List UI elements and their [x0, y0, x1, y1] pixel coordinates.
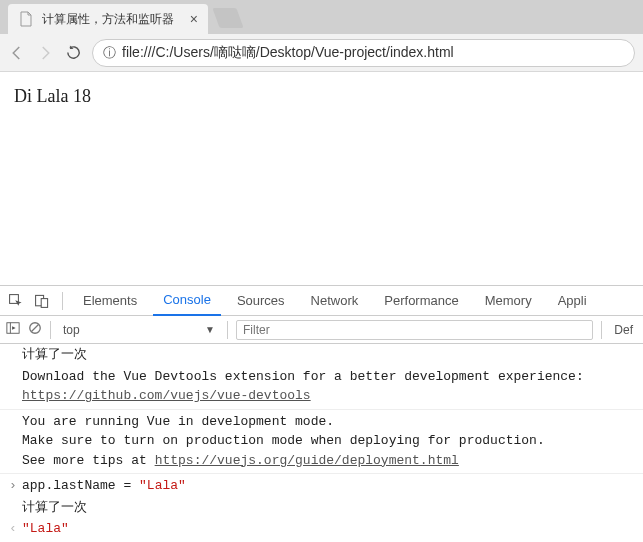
devtools-tabs: Elements Console Sources Network Perform…: [0, 286, 643, 316]
page-viewport: Di Lala 18: [0, 72, 643, 285]
back-button[interactable]: [8, 44, 26, 62]
console-log-row: Download the Vue Devtools extension for …: [0, 366, 643, 410]
console-log-row: 计算了一次: [0, 497, 643, 519]
address-bar[interactable]: ⓘ file:///C:/Users/嘀哒嘀/Desktop/Vue-proje…: [92, 39, 635, 67]
chevron-down-icon: ▼: [205, 324, 215, 335]
context-selector[interactable]: top ▼: [59, 323, 219, 337]
devtools-link[interactable]: https://github.com/vuejs/vue-devtools: [22, 388, 311, 403]
input-code: app.lastName = "Lala": [22, 476, 637, 496]
separator: [62, 292, 63, 310]
url-bar: ⓘ file:///C:/Users/嘀哒嘀/Desktop/Vue-proje…: [0, 34, 643, 72]
console-result-row: ‹ "Lala": [0, 518, 643, 540]
close-tab-icon[interactable]: ×: [190, 11, 198, 27]
clear-console-icon[interactable]: [28, 321, 42, 338]
new-tab-button[interactable]: [212, 8, 243, 28]
result-value: "Lala": [22, 519, 637, 539]
log-text: Download the Vue Devtools extension for …: [22, 369, 584, 384]
url-text: file:///C:/Users/嘀哒嘀/Desktop/Vue-project…: [122, 44, 454, 62]
separator: [601, 321, 602, 339]
gutter: [4, 412, 22, 471]
svg-rect-2: [41, 298, 47, 307]
tab-sources[interactable]: Sources: [227, 286, 295, 316]
output-chevron-icon: ‹: [4, 519, 22, 539]
toggle-sidebar-icon[interactable]: [6, 321, 20, 338]
gutter: [4, 498, 22, 518]
filter-input[interactable]: [236, 320, 593, 340]
log-levels-selector[interactable]: Def: [610, 323, 637, 337]
devtools-panel: Elements Console Sources Network Perform…: [0, 285, 643, 542]
log-message: Download the Vue Devtools extension for …: [22, 367, 637, 406]
console-log-row: 计算了一次: [0, 344, 643, 366]
console-output: 计算了一次 Download the Vue Devtools extensio…: [0, 344, 643, 542]
file-icon: [18, 11, 34, 27]
code-expression: app.lastName =: [22, 478, 139, 493]
browser-tab[interactable]: 计算属性，方法和监听器 ×: [8, 4, 208, 34]
separator: [50, 321, 51, 339]
log-text: Make sure to turn on production mode whe…: [22, 433, 545, 448]
reload-button[interactable]: [64, 44, 82, 62]
log-message: You are running Vue in development mode.…: [22, 412, 637, 471]
browser-tab-bar: 计算属性，方法和监听器 ×: [0, 0, 643, 34]
tab-application[interactable]: Appli: [548, 286, 597, 316]
console-input-row: › app.lastName = "Lala": [0, 475, 643, 497]
tab-memory[interactable]: Memory: [475, 286, 542, 316]
inspect-element-icon[interactable]: [6, 291, 26, 311]
log-text: You are running Vue in development mode.: [22, 414, 334, 429]
log-message: 计算了一次: [22, 498, 637, 518]
device-toggle-icon[interactable]: [32, 291, 52, 311]
forward-button[interactable]: [36, 44, 54, 62]
console-log-row: You are running Vue in development mode.…: [0, 411, 643, 475]
gutter: [4, 345, 22, 365]
context-label: top: [63, 323, 80, 337]
console-toolbar: top ▼ Def: [0, 316, 643, 344]
gutter: [4, 367, 22, 406]
tab-performance[interactable]: Performance: [374, 286, 468, 316]
deployment-link[interactable]: https://vuejs.org/guide/deployment.html: [155, 453, 459, 468]
tab-console[interactable]: Console: [153, 286, 221, 316]
input-chevron-icon: ›: [4, 476, 22, 496]
tab-elements[interactable]: Elements: [73, 286, 147, 316]
code-string: "Lala": [139, 478, 186, 493]
separator: [227, 321, 228, 339]
tab-title: 计算属性，方法和监听器: [42, 11, 182, 28]
log-message: 计算了一次: [22, 345, 637, 365]
info-icon[interactable]: ⓘ: [103, 44, 116, 62]
log-text: See more tips at: [22, 453, 155, 468]
tab-network[interactable]: Network: [301, 286, 369, 316]
page-text: Di Lala 18: [14, 86, 91, 106]
